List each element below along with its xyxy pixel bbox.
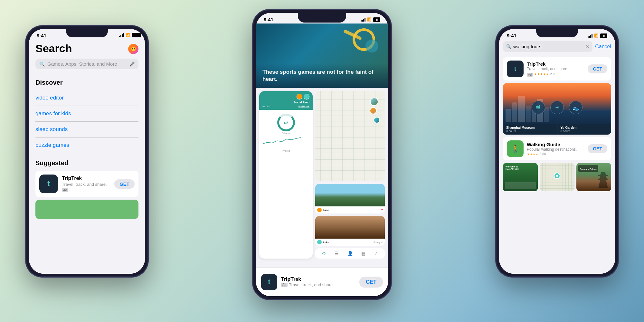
right-phone-screen: 9:41 📶 ▮ 🔍 walking tours (499, 29, 615, 274)
footer-meta: Ad Travel, track, and share. (281, 282, 355, 287)
search-placeholder: Games, Apps, Stories, and More (47, 61, 127, 67)
hiker-photo (315, 216, 385, 239)
tour-icon-walk: 👟 (569, 101, 582, 114)
mini-screenshots-row: Welcome toHANGZHOU (499, 160, 615, 194)
result-walking-guide[interactable]: 🚶 Walking Guide Popular walking destinat… (503, 137, 611, 160)
avatar[interactable]: 😊 (128, 44, 138, 54)
right-preview-area: Jane ♥ Luke Sha (315, 91, 385, 259)
stats-area: 13k Followers (259, 110, 313, 148)
sports-circle-deco (365, 40, 378, 52)
venue-yu-garden: Yu Garden 8 hours (557, 124, 611, 135)
triptrek-ad: Ad (527, 73, 533, 77)
suggested-app-card[interactable]: t TripTrek Travel, track, and share. Ad … (35, 171, 138, 197)
app-preview-area: Social Feed RECENT POPULAR 13k Follower (256, 88, 388, 262)
grid-icon[interactable]: ▦ (361, 251, 365, 256)
app-footer: t TripTrek Ad Travel, track, and share. … (256, 267, 388, 296)
signal-icon (588, 34, 592, 38)
check-icon[interactable]: ✓ (374, 251, 378, 256)
home-icon[interactable]: ⊙ (322, 251, 326, 256)
photos-label: Photos (259, 148, 313, 154)
triptrek-reviews: 23K (550, 72, 556, 76)
status-icons: 📶 (119, 33, 141, 37)
mountain-photo (315, 184, 385, 206)
mini-screenshot-hangzhou: Welcome toHANGZHOU (503, 163, 538, 191)
location-badge: Shanghai (373, 241, 383, 243)
followers-label: Followers (262, 132, 309, 134)
battery-icon (132, 33, 141, 37)
discover-section: Discover video editor games for kids sle… (29, 72, 145, 153)
ad-badge: Ad (62, 188, 68, 192)
walking-guide-icon: 🚶 (507, 140, 524, 157)
walking-guide-stars: ★★★★ (527, 152, 538, 156)
line-chart (262, 136, 309, 146)
center-phone: 9:41 📶 ▮ (253, 10, 391, 299)
hangzhou-label: Welcome toHANGZHOU (506, 166, 535, 171)
building-1 (506, 109, 511, 122)
discover-item-games-kids[interactable]: games for kids (35, 106, 138, 122)
search-header: Search 🔍 Games, Apps, Stories, and More … (29, 40, 145, 72)
battery-icon: ▮ (600, 33, 607, 38)
list-icon[interactable]: ☰ (335, 251, 339, 256)
walking-guide-get-button[interactable]: GET (588, 144, 607, 153)
search-input-bar[interactable]: 🔍 Games, Apps, Stories, and More 🎤 (35, 59, 138, 69)
time-display: 9:41 (507, 33, 516, 38)
app-info: TripTrek Travel, track, and share. Ad (62, 175, 110, 193)
map-pin-img-3 (374, 118, 379, 123)
search-icon: 🔍 (39, 62, 45, 67)
discover-item-puzzle-games[interactable]: puzzle games (35, 137, 138, 153)
footer-get-button[interactable]: GET (359, 277, 383, 288)
sun-icon: ☀ (555, 104, 559, 110)
clear-button[interactable]: ✕ (585, 43, 589, 50)
status-icons: 📶 ▮ (361, 17, 380, 22)
stats-ring-container: 13k Followers (262, 114, 309, 134)
wifi-icon: 📶 (367, 17, 372, 22)
status-icons: 📶 ▮ (588, 33, 607, 38)
map-pin-1 (370, 98, 378, 106)
social-feed-label: Social Feed (262, 101, 309, 104)
triptrek-get-button[interactable]: GET (588, 64, 607, 73)
result-triptrek[interactable]: t TripTrek Travel, track, and share. Ad … (503, 57, 611, 80)
mic-icon: 🎤 (129, 62, 135, 67)
venue-shanghai-museum: Shanghai Museum 3 hours (503, 124, 557, 135)
hangzhou-bar (505, 182, 536, 189)
left-phone: 9:41 📶 (26, 26, 148, 277)
venue-duration-2: 8 hours (561, 129, 608, 133)
venue-name-2: Yu Garden (561, 126, 608, 129)
search-icon: 🔍 (506, 44, 511, 49)
banner-text: These sports games are not for the faint… (262, 69, 382, 83)
results-input[interactable]: 🔍 walking tours ✕ (503, 41, 592, 52)
suggested-section: Suggested t TripTrek Travel, track, and … (29, 153, 145, 219)
venue-labels: Shanghai Museum 3 hours Yu Garden 8 hour… (503, 124, 611, 135)
person-icon[interactable]: 👤 (347, 251, 353, 256)
cancel-button[interactable]: Cancel (595, 44, 611, 50)
tab-labels: RECENT POPULAR (262, 105, 309, 108)
jane-name: Jane (323, 209, 329, 212)
map-pin-img-1 (371, 98, 378, 105)
user-luke: Luke (317, 240, 329, 244)
map-dot-inner (556, 175, 558, 177)
triptrek-icon: t (507, 61, 524, 77)
sports-banner: These sports games are not for the faint… (256, 24, 388, 88)
left-phone-screen: 9:41 📶 (29, 29, 145, 274)
walking-guide-meta: ★★★★ 3.8K (527, 152, 584, 156)
suggested-label: Suggested (35, 159, 138, 167)
location-text: Shanghai (373, 241, 383, 243)
discover-item-sleep-sounds[interactable]: sleep sounds (35, 122, 138, 137)
signal-icon (119, 33, 124, 37)
time-display: 9:41 (264, 17, 273, 22)
tour-icons-row: 🏛 ☀ 👟 (532, 101, 582, 114)
get-button[interactable]: GET (114, 179, 135, 189)
notch (66, 29, 108, 37)
walking-guide-reviews: 3.8K (540, 152, 546, 156)
building-3 (518, 96, 525, 122)
venue-duration-1: 3 hours (506, 129, 554, 133)
walking-guide-info: Walking Guide Popular walking destinatio… (527, 142, 584, 156)
user-jane: Jane (317, 208, 329, 212)
discover-label: Discover (35, 79, 138, 86)
discover-item-video-editor[interactable]: video editor (35, 90, 138, 106)
ring-chart: 13k (277, 114, 295, 131)
museum-icon: 🏛 (536, 105, 541, 110)
page-title: Search (35, 42, 138, 55)
popular-tab: POPULAR (298, 105, 309, 108)
map-pin-2 (370, 107, 377, 114)
